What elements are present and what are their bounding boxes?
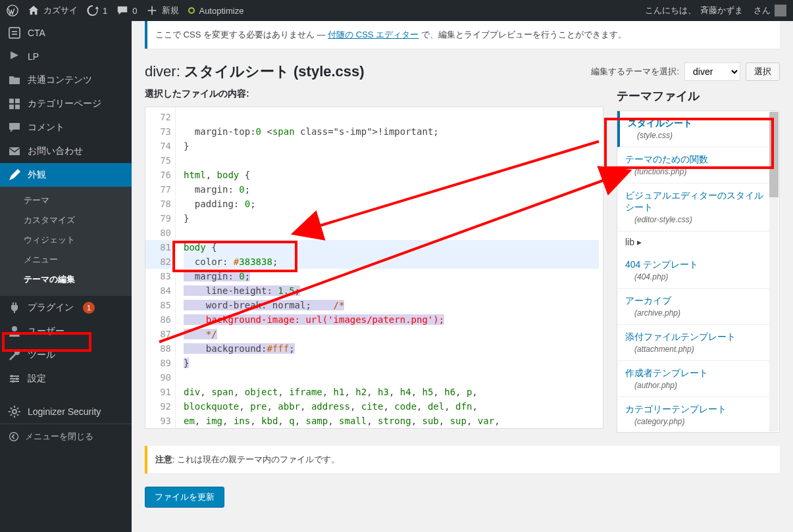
menu-common-contents[interactable]: 共通コンテンツ [0,68,132,92]
menu-label: カテゴリーページ [28,98,101,110]
svg-rect-4 [9,99,14,103]
editor-left: 選択したファイルの内容: 727374757677787980818283848… [145,88,603,433]
file-item[interactable]: アーカイブ(archive.php) [617,289,779,325]
theme-file-list: スタイルシート(style.css)テーマのための関数(functions.ph… [617,110,780,433]
autoptimize[interactable]: Autoptimize [188,6,243,16]
notice-post: で、編集とライブプレビューを行うことができます。 [419,30,627,39]
comments-count: 0 [132,6,137,16]
file-filename: (functions.php) [625,167,771,176]
menu-comments[interactable]: コメント [0,116,132,139]
lp-icon [8,50,21,63]
adminbar-right: こんにちは、 斉藤かずま さん [645,5,786,16]
theme-select-area: 編集するテーマを選択: diver 選択 [591,62,780,81]
content-area: ここで CSS を変更する必要はありません — 付随の CSS エディター で、… [132,21,793,532]
file-item[interactable]: ビジュアルエディターのスタイルシート(editor-style.css) [617,183,779,231]
submenu-menus[interactable]: メニュー [0,250,132,270]
menu-label: プラグイン [28,302,74,314]
menu-plugins[interactable]: プラグイン1 [0,296,132,320]
admin-sidebar: CTA LP 共通コンテンツ カテゴリーページ コメント お問い合わせ 外観 テ… [0,21,132,532]
svg-point-15 [12,380,14,383]
file-name: ビジュアルエディターのスタイルシート [625,190,771,214]
svg-point-13 [11,375,13,377]
tool-icon [8,349,21,362]
svg-rect-7 [15,105,20,109]
folder-icon [8,74,21,87]
submenu-theme-editor[interactable]: テーマの編集 [0,270,132,289]
menu-category-page[interactable]: カテゴリーページ [0,92,132,116]
select-label: 編集するテーマを選択: [591,66,679,78]
menu-contact[interactable]: お問い合わせ [0,139,132,163]
menu-label: Loginizer Security [28,406,101,417]
adminbar-left: カズサイ 1 0 新規 Autoptimize [7,5,243,16]
svg-point-9 [12,326,17,331]
file-item[interactable]: テーマのための関数(functions.php) [617,147,779,183]
menu-label: 外観 [28,169,46,181]
collapse-menu[interactable]: メニューを閉じる [0,423,132,449]
mail-icon [8,145,21,158]
code-editor[interactable]: 7273747576777879808182838485868788899091… [145,107,603,429]
comment-icon [8,121,21,134]
file-item[interactable]: 404 テンプレート(404.php) [617,253,779,289]
svg-point-17 [10,433,18,441]
file-item[interactable]: 添付ファイルテンプレート(attachment.php) [617,325,779,361]
file-name: 404 テンプレート [625,259,771,271]
file-name: スタイルシート [628,118,771,130]
wp-logo[interactable] [7,5,18,16]
updates[interactable]: 1 [87,5,107,16]
file-title: スタイルシート (style.css) [184,63,365,80]
menu-tools[interactable]: ツール [0,343,132,367]
autoptimize-label: Autoptimize [199,6,243,16]
collapse-icon [8,431,20,443]
theme-select[interactable]: diver [684,62,740,81]
menu-label: お問い合わせ [28,145,83,157]
scroll-thumb[interactable] [769,112,779,197]
menu-label: ツール [28,349,55,361]
page-header: diver: スタイルシート (style.css) 編集するテーマを選択: d… [145,62,780,82]
svg-rect-6 [9,105,14,109]
file-item[interactable]: 作成者テンプレート(author.php) [617,361,779,397]
menu-cta[interactable]: CTA [0,21,132,45]
svg-point-14 [16,377,18,380]
avatar [775,5,786,16]
appearance-icon [8,168,21,181]
autoptimize-icon [188,7,195,14]
menu-label: ユーザー [28,326,64,337]
theme-files-title: テーマファイル [617,88,780,104]
comments-top[interactable]: 0 [116,5,137,16]
theme-name: diver [145,63,176,80]
editor-right: テーマファイル スタイルシート(style.css)テーマのための関数(func… [617,88,780,433]
submenu-themes[interactable]: テーマ [0,191,132,210]
code-lines[interactable]: margin-top:0 <span class="s-imp">!import… [180,107,603,429]
file-item[interactable]: スタイルシート(style.css) [617,111,779,147]
file-filename: (404.php) [625,272,771,281]
select-button[interactable]: 選択 [746,62,780,81]
submenu-customize[interactable]: カスタマイズ [0,210,132,230]
update-file-button[interactable]: ファイルを更新 [145,487,224,508]
user-icon [8,325,21,338]
file-name: カテゴリーテンプレート [625,404,771,416]
file-filename: (attachment.php) [625,345,771,354]
menu-users[interactable]: ユーザー [0,320,132,343]
submenu-widgets[interactable]: ウィジェット [0,230,132,250]
gear-icon [8,405,21,418]
new-content[interactable]: 新規 [146,5,179,16]
menu-appearance[interactable]: 外観 [0,163,132,187]
svg-point-16 [13,410,16,414]
menu-settings[interactable]: 設定 [0,367,132,391]
file-item[interactable]: カテゴリーテンプレート(category.php) [617,397,779,433]
plugin-icon [8,301,21,314]
editor-wrap: 選択したファイルの内容: 727374757677787980818283848… [145,88,780,433]
plugin-badge: 1 [83,302,95,314]
user-greeting[interactable]: こんにちは、 斉藤かずま さん [645,5,786,16]
warn-text: : これは現在の親テーマ内のファイルです。 [172,454,340,464]
user-name: 斉藤かずま [700,5,743,16]
notice-link[interactable]: 付随の CSS エディター [328,30,419,39]
page-title: diver: スタイルシート (style.css) [145,62,365,82]
file-name: テーマのための関数 [625,154,771,166]
site-name[interactable]: カズサイ [28,5,78,16]
menu-lp[interactable]: LP [0,45,132,68]
menu-loginizer[interactable]: Loginizer Security [0,400,132,423]
warn-label: 注意 [155,454,172,464]
file-name: 作成者テンプレート [625,368,771,379]
file-folder[interactable]: lib ▸ [617,231,779,253]
